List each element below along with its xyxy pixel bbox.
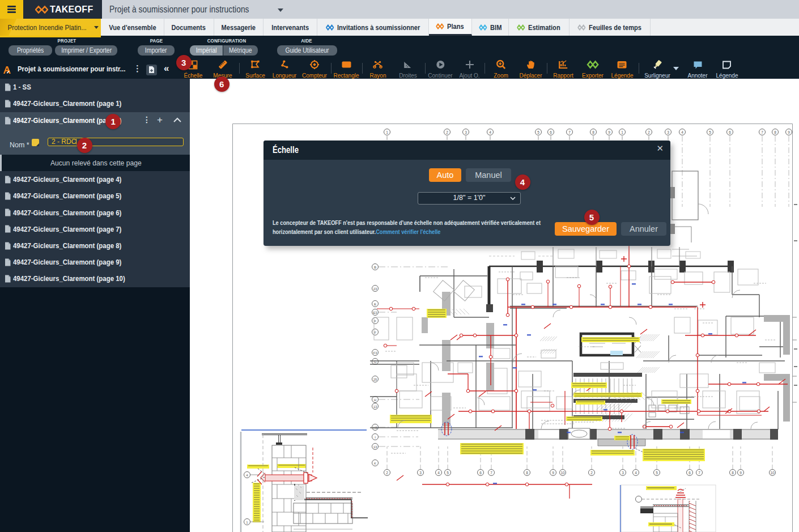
svg-text:25: 25 xyxy=(373,378,377,381)
svg-text:4: 4 xyxy=(681,130,683,134)
svg-text:9: 9 xyxy=(552,471,554,475)
svg-text:3: 3 xyxy=(465,130,467,134)
svg-text:7: 7 xyxy=(568,130,571,134)
svg-text:23: 23 xyxy=(373,287,377,291)
svg-text:9: 9 xyxy=(788,130,790,134)
svg-text:9: 9 xyxy=(740,471,742,475)
svg-text:8: 8 xyxy=(732,471,734,475)
svg-text:7: 7 xyxy=(490,471,492,475)
svg-text:9: 9 xyxy=(608,130,610,134)
svg-text:2: 2 xyxy=(446,130,448,134)
svg-text:1: 1 xyxy=(621,130,623,134)
svg-text:13: 13 xyxy=(373,445,377,449)
svg-text:5: 5 xyxy=(537,130,539,134)
svg-text:8: 8 xyxy=(774,130,776,134)
svg-text:6: 6 xyxy=(550,130,552,134)
svg-text:B: B xyxy=(374,266,376,269)
svg-text:4: 4 xyxy=(489,130,491,134)
svg-text:4: 4 xyxy=(246,474,248,477)
svg-text:4: 4 xyxy=(437,471,440,475)
svg-text:10: 10 xyxy=(560,471,565,475)
svg-text:2: 2 xyxy=(386,471,388,475)
svg-text:K: K xyxy=(374,462,376,465)
svg-text:E: E xyxy=(374,303,376,306)
svg-text:6: 6 xyxy=(729,130,731,134)
svg-text:H: H xyxy=(374,398,376,402)
svg-text:6: 6 xyxy=(688,471,691,475)
svg-text:13: 13 xyxy=(373,405,377,408)
svg-text:E3: E3 xyxy=(373,311,377,314)
svg-text:I: I xyxy=(375,436,376,439)
svg-text:8: 8 xyxy=(526,471,528,475)
svg-text:F3: F3 xyxy=(373,351,377,355)
svg-text:8: 8 xyxy=(592,130,594,134)
svg-text:7: 7 xyxy=(698,471,700,475)
svg-text:3: 3 xyxy=(622,471,624,475)
svg-text:6: 6 xyxy=(479,471,482,475)
svg-text:1: 1 xyxy=(386,130,388,134)
svg-text:F: F xyxy=(374,331,376,334)
svg-text:10: 10 xyxy=(770,471,775,475)
svg-text:5: 5 xyxy=(656,471,658,475)
svg-text:5: 5 xyxy=(447,471,449,475)
svg-text:3: 3 xyxy=(419,471,422,475)
svg-text:2: 2 xyxy=(648,130,650,134)
svg-text:3: 3 xyxy=(667,130,669,134)
svg-text:5: 5 xyxy=(709,130,711,134)
svg-text:7: 7 xyxy=(761,130,763,134)
svg-text:2: 2 xyxy=(590,471,593,475)
svg-text:1: 1 xyxy=(246,521,248,524)
svg-text:F: F xyxy=(374,320,376,323)
svg-text:4: 4 xyxy=(635,471,637,475)
